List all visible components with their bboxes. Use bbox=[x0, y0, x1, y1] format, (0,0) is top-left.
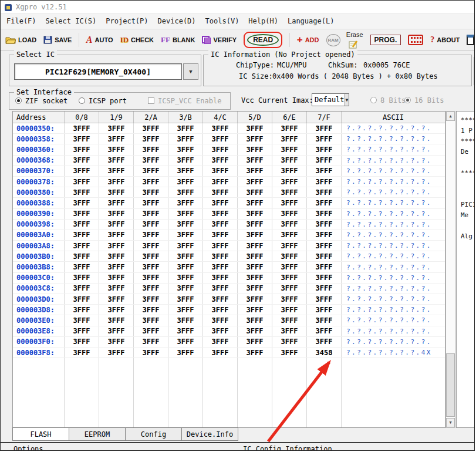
hex-cell[interactable]: 3FFF bbox=[65, 166, 99, 176]
ascii-cell[interactable]: ?.?.?.?.?.?.?.?. bbox=[342, 209, 445, 219]
socket-button[interactable] bbox=[408, 35, 423, 45]
hex-cell[interactable]: 3FFF bbox=[65, 144, 99, 154]
ascii-cell[interactable]: ?.?.?.?.?.?.?.4X bbox=[342, 348, 445, 357]
hex-cell[interactable]: 3FFF bbox=[203, 156, 238, 166]
hex-cell[interactable]: 3FFF bbox=[134, 144, 168, 154]
hex-cell[interactable]: 3FFF bbox=[168, 220, 203, 230]
ram-button[interactable]: RAM bbox=[326, 34, 340, 46]
hex-cell[interactable]: 3FFF bbox=[307, 326, 342, 336]
hex-cell[interactable]: 3FFF bbox=[238, 262, 272, 272]
hex-cell[interactable]: 3FFF bbox=[272, 251, 307, 261]
tab-device-info[interactable]: Device.Info bbox=[181, 427, 238, 441]
ascii-cell[interactable]: ?.?.?.?.?.?.?.?. bbox=[342, 144, 445, 154]
hex-cell[interactable]: 3FFF bbox=[307, 262, 342, 272]
hex-cell[interactable]: 3FFF bbox=[203, 230, 238, 240]
vcc-current-combobox[interactable]: Default ▼ bbox=[312, 93, 349, 106]
hex-cell[interactable]: 3FFF bbox=[238, 187, 272, 197]
hex-cell[interactable]: 3FFF bbox=[272, 198, 307, 208]
hex-cell[interactable]: 3FFF bbox=[272, 273, 307, 283]
hex-cell[interactable]: 3FFF bbox=[203, 348, 238, 357]
hex-cell[interactable]: 3FFF bbox=[272, 134, 307, 144]
hex-cell[interactable]: 3FFF bbox=[203, 177, 238, 187]
hex-cell[interactable]: 3FFF bbox=[307, 144, 342, 154]
hex-cell[interactable]: 3FFF bbox=[307, 156, 342, 166]
ascii-cell[interactable]: ?.?.?.?.?.?.?.?. bbox=[342, 305, 445, 315]
hex-cell[interactable]: 3FFF bbox=[99, 337, 134, 347]
hex-cell[interactable]: 3FFF bbox=[134, 123, 168, 133]
hex-cell[interactable]: 3FFF bbox=[307, 230, 342, 240]
hex-cell[interactable]: 3FFF bbox=[134, 273, 168, 283]
hex-cell[interactable]: 3FFF bbox=[134, 166, 168, 176]
hex-cell[interactable]: 3FFF bbox=[134, 262, 168, 272]
hex-cell[interactable]: 3FFF bbox=[272, 230, 307, 240]
hex-cell[interactable]: 3FFF bbox=[307, 187, 342, 197]
hex-cell[interactable]: 3FFF bbox=[307, 198, 342, 208]
hex-cell[interactable]: 3FFF bbox=[134, 209, 168, 219]
hex-cell[interactable]: 3FFF bbox=[272, 241, 307, 251]
about-button[interactable]: ABOUT bbox=[430, 35, 460, 45]
hex-cell[interactable]: 3FFF bbox=[238, 284, 272, 294]
hex-cell[interactable]: 3FFF bbox=[65, 262, 99, 272]
hex-cell[interactable]: 3FFF bbox=[307, 273, 342, 283]
menu-item[interactable]: Language(L) bbox=[288, 17, 334, 25]
hex-cell[interactable]: 3FFF bbox=[238, 251, 272, 261]
hex-cell[interactable]: 3FFF bbox=[65, 220, 99, 230]
menu-item[interactable]: Project(P) bbox=[106, 17, 148, 25]
hex-cell[interactable]: 3FFF bbox=[203, 209, 238, 219]
hex-cell[interactable]: 3FFF bbox=[65, 241, 99, 251]
selected-ic-combobox[interactable]: PIC12F629[MEMORY_0X400] bbox=[14, 63, 182, 80]
hex-cell[interactable]: 3FFF bbox=[65, 156, 99, 166]
ascii-cell[interactable]: ?.?.?.?.?.?.?.?. bbox=[342, 262, 445, 272]
hex-cell[interactable]: 3FFF bbox=[134, 305, 168, 315]
menu-item[interactable]: File(F) bbox=[6, 17, 36, 25]
hex-cell[interactable]: 3FFF bbox=[134, 230, 168, 240]
hex-cell[interactable]: 3FFF bbox=[238, 326, 272, 336]
hex-cell[interactable]: 3FFF bbox=[272, 294, 307, 304]
ascii-cell[interactable]: ?.?.?.?.?.?.?.?. bbox=[342, 273, 445, 283]
hex-cell[interactable]: 3FFF bbox=[65, 123, 99, 133]
verify-button[interactable]: VERIFY bbox=[202, 36, 237, 44]
hex-cell[interactable]: 3FFF bbox=[307, 177, 342, 187]
hex-cell[interactable]: 3FFF bbox=[99, 251, 134, 261]
hex-cell[interactable]: 3FFF bbox=[203, 166, 238, 176]
hex-cell[interactable]: 3FFF bbox=[238, 348, 272, 357]
hex-cell[interactable]: 3FFF bbox=[203, 262, 238, 272]
hex-cell[interactable]: 3FFF bbox=[134, 348, 168, 357]
hex-cell[interactable]: 3FFF bbox=[307, 337, 342, 347]
hex-cell[interactable]: 3FFF bbox=[168, 187, 203, 197]
menu-item[interactable]: Select IC(S) bbox=[46, 17, 97, 25]
hex-cell[interactable]: 3FFF bbox=[203, 337, 238, 347]
ascii-cell[interactable]: ?.?.?.?.?.?.?.?. bbox=[342, 123, 445, 133]
hex-cell[interactable]: 3FFF bbox=[307, 134, 342, 144]
hex-cell[interactable]: 3FFF bbox=[238, 156, 272, 166]
hex-cell[interactable]: 3FFF bbox=[65, 294, 99, 304]
hex-cell[interactable]: 3FFF bbox=[65, 337, 99, 347]
hex-cell[interactable]: 3FFF bbox=[238, 230, 272, 240]
hex-cell[interactable]: 3FFF bbox=[65, 251, 99, 261]
ic-dropdown-button[interactable]: ▼ bbox=[183, 63, 198, 80]
hex-cell[interactable]: 3FFF bbox=[238, 305, 272, 315]
hex-cell[interactable]: 3FFF bbox=[99, 134, 134, 144]
hex-cell[interactable]: 3FFF bbox=[99, 241, 134, 251]
menu-item[interactable]: Help(H) bbox=[248, 17, 278, 25]
check-button[interactable]: CHECK bbox=[120, 35, 154, 45]
hex-cell[interactable]: 3FFF bbox=[307, 123, 342, 133]
hex-cell[interactable]: 3FFF bbox=[168, 230, 203, 240]
hex-cell[interactable]: 3FFF bbox=[238, 198, 272, 208]
hex-cell[interactable]: 3FFF bbox=[238, 209, 272, 219]
hex-cell[interactable]: 3FFF bbox=[238, 177, 272, 187]
hex-cell[interactable]: 3FFF bbox=[134, 220, 168, 230]
hex-cell[interactable]: 3FFF bbox=[99, 144, 134, 154]
hex-cell[interactable]: 3FFF bbox=[99, 273, 134, 283]
ascii-cell[interactable]: ?.?.?.?.?.?.?.?. bbox=[342, 294, 445, 304]
hex-cell[interactable]: 3FFF bbox=[238, 123, 272, 133]
hex-cell[interactable]: 3FFF bbox=[272, 315, 307, 325]
hex-cell[interactable]: 3FFF bbox=[203, 198, 238, 208]
hex-cell[interactable]: 3FFF bbox=[272, 166, 307, 176]
hex-cell[interactable]: 3FFF bbox=[168, 273, 203, 283]
hex-cell[interactable]: 3FFF bbox=[203, 315, 238, 325]
ascii-cell[interactable]: ?.?.?.?.?.?.?.?. bbox=[342, 241, 445, 251]
16-bits-radio[interactable] bbox=[404, 97, 411, 103]
vertical-scrollbar[interactable]: ▲ ▼ bbox=[445, 111, 455, 428]
hex-cell[interactable]: 3FFF bbox=[238, 273, 272, 283]
